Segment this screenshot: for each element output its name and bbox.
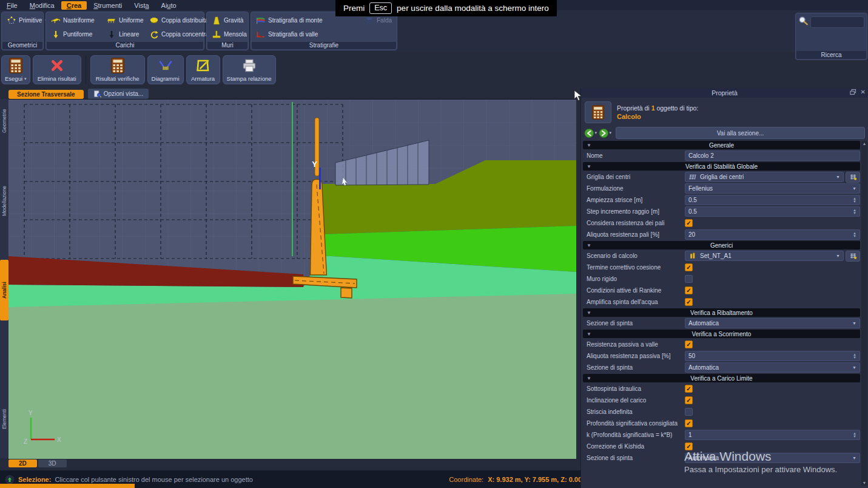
viewport-scene[interactable]: Y Y X Z	[8, 100, 576, 459]
property-label: Muro rigido	[583, 276, 685, 282]
property-label: Condizioni attive di Rankine	[583, 287, 685, 294]
menu-item-modifica[interactable]: Modifica	[24, 1, 60, 10]
property-label: Sezione di spinta	[583, 364, 685, 371]
checkbox-profondit-significativa-consigliata[interactable]: ✓	[685, 419, 693, 427]
toolbar-separator	[86, 56, 86, 84]
section-header-generici[interactable]: ▼Generici	[583, 241, 860, 249]
spinner-arrows[interactable]: ▲▼	[853, 232, 856, 238]
properties-scrollbar[interactable]: ▲▼	[861, 141, 867, 486]
toolbar-button-armatura[interactable]: Armatura	[186, 55, 220, 84]
checkbox-inclinazione-del-carico[interactable]: ✓	[685, 396, 693, 404]
toolbar-button-esegui[interactable]: Esegui▾	[1, 55, 30, 84]
toolbar-button-diagrammi[interactable]: Diagrammi	[147, 55, 184, 84]
ribbon-button-falda[interactable]: Falda	[363, 16, 393, 25]
checkbox-correzione-di-kishida[interactable]: ✓	[685, 442, 693, 450]
ribbon-button-stratigrafia-di-monte[interactable]: Stratigrafia di monte	[255, 16, 324, 25]
ribbon-button-coppia-distribuita[interactable]: Coppia distribuita	[148, 16, 209, 25]
spinner-arrows[interactable]: ▲▼	[853, 353, 856, 359]
spinner-arrows[interactable]: ▲▼	[853, 432, 856, 438]
menu-item-crea[interactable]: Crea	[61, 1, 87, 10]
spinner-ampiezza-strisce-m[interactable]: 0.5▲▼	[685, 195, 860, 205]
menu-item-vista[interactable]: Vista	[129, 1, 154, 10]
spinner-step-incremento-raggio-m[interactable]: 0.5▲▼	[685, 206, 860, 217]
property-label: Ampiezza strisce [m]	[583, 197, 685, 203]
ribbon-button-primitive[interactable]: Primitive▾	[5, 16, 49, 25]
collapse-icon[interactable]: ▼	[587, 243, 591, 248]
ribbon-button-stratigrafia-di-valle[interactable]: Stratigrafia di valle	[255, 30, 319, 39]
analysis-toolbar: Esegui▾Elimina risultatiRisultati verifi…	[1, 54, 276, 86]
view-mode-tab-2d[interactable]: 2D	[8, 459, 37, 467]
collapse-icon[interactable]: ▼	[587, 310, 591, 316]
checkbox-condizioni-attive-di-rankine[interactable]: ✓	[685, 286, 693, 294]
picker-button[interactable]	[846, 251, 860, 262]
section-header-verifica-a-scorrimento[interactable]: ▼Verifica a Scorrimento	[583, 330, 860, 338]
dropdown-sezione-di-spinta[interactable]: Automatica▼	[685, 318, 860, 328]
banner-suffix: per uscire dalla modalità a schermo inte…	[397, 4, 549, 13]
spinner-aliquota-resistenza-passiva[interactable]: 50▲▼	[685, 351, 860, 361]
sidebar-tab-modellazione[interactable]: Modellazione	[0, 180, 8, 222]
ribbon-button-nastriforme[interactable]: Nastriforme	[50, 16, 104, 25]
property-row: Griglia dei centriGriglia dei centri▼	[583, 172, 860, 182]
tab-sezione-trasversale[interactable]: Sezione Trasversale	[8, 90, 84, 99]
spinner-aliquota-resistenza-pali[interactable]: 20▲▼	[685, 229, 860, 240]
view-options-button[interactable]: Opzioni vista...	[88, 89, 149, 99]
sidebar-tab-elementi[interactable]: Elementi	[0, 399, 8, 438]
collapse-icon[interactable]: ▼	[587, 331, 591, 337]
toolbar-button-risultati-verifiche[interactable]: Risultati verifiche	[90, 55, 145, 84]
dropdown-sezione-di-spinta[interactable]: Automatica▼	[685, 453, 860, 463]
strat-monte-icon	[256, 16, 266, 25]
close-panel-icon[interactable]: ✕	[861, 89, 866, 95]
collapse-icon[interactable]: ▼	[587, 376, 591, 381]
toolbar-button-stampa-relazione[interactable]: Stampa relazione	[223, 55, 276, 84]
menu-item-file[interactable]: File	[1, 1, 23, 10]
property-label: Profondità significativa consigliata	[583, 420, 685, 427]
ribbon-button-mensola[interactable]: Mensola	[210, 30, 248, 39]
summary-line: Proprietà di 1 oggetto di tipo:	[617, 104, 698, 112]
view-tab-row: Sezione Trasversale Opzioni vista...	[8, 89, 149, 99]
sidebar-tab-geometrie[interactable]: Geometrie	[0, 103, 8, 138]
spinner-k-profondit-significativa-k-b[interactable]: 1▲▼	[685, 430, 860, 440]
spinner-arrows[interactable]: ▲▼	[853, 197, 856, 203]
checkbox-sottospinta-idraulica[interactable]: ✓	[685, 385, 693, 393]
spinner-arrows[interactable]: ▲▼	[853, 209, 856, 215]
toolbar-button-elimina-risultati[interactable]: Elimina risultati	[33, 55, 81, 84]
ribbon-button-gravit[interactable]: Gravità	[210, 16, 244, 25]
dropdown-scenario-di-calcolo[interactable]: Set_NT_A1▼	[685, 251, 844, 261]
sidebar-tab-analisi[interactable]: Analisi	[0, 260, 8, 320]
ribbon-button-lineare[interactable]: Lineare	[106, 30, 147, 39]
float-panel-icon[interactable]	[850, 89, 856, 95]
section-header-verifica-a-carico-limite[interactable]: ▼Verifica a Carico Limite	[583, 374, 860, 382]
property-row: Aliquota resistenza passiva [%]50▲▼	[583, 351, 860, 361]
text-input-nome[interactable]: Calcolo 2	[685, 151, 860, 161]
dropdown-sezione-di-spinta[interactable]: Automatica▼	[685, 362, 860, 373]
menu-item-strumenti[interactable]: Strumenti	[88, 1, 127, 10]
checkbox-striscia-indefinita[interactable]	[685, 408, 693, 416]
ribbon-button-uniforme[interactable]: Uniforme	[106, 16, 147, 25]
property-row: NomeCalcolo 2	[583, 151, 860, 161]
menu-item-aiuto[interactable]: Aiuto	[156, 1, 182, 10]
view-mode-tab-3d[interactable]: 3D	[38, 459, 67, 467]
dropdown-formulazione[interactable]: Fellenius▼	[685, 183, 860, 194]
collapse-icon[interactable]: ▼	[587, 164, 591, 169]
dropdown-griglia-dei-centri[interactable]: Griglia dei centri▼	[685, 172, 844, 182]
view-options-icon	[93, 90, 101, 98]
section-header-verifica-a-ribaltamento[interactable]: ▼Verifica a Ribaltamento	[583, 308, 860, 317]
checkbox-considera-resistenza-dei-pali[interactable]: ✓	[685, 219, 693, 227]
checkbox-termine-correttivo-coesione[interactable]: ✓	[685, 263, 693, 271]
goto-section-button[interactable]: Vai alla sezione...	[616, 127, 865, 139]
checkbox-resistenza-passiva-a-valle[interactable]: ✓	[685, 341, 693, 348]
forward-button[interactable]: ▾	[599, 127, 611, 139]
search-input[interactable]	[810, 16, 864, 28]
section-header-verifica-di-stabilit-globale[interactable]: ▼Verifica di Stabilità Globale	[583, 162, 860, 171]
back-button[interactable]: ▾	[584, 127, 597, 139]
ribbon-button-puntiforme[interactable]: Puntiforme	[50, 30, 104, 39]
triad-z-label: Z	[24, 438, 27, 445]
collapse-icon[interactable]: ▼	[587, 143, 591, 148]
property-row: Striscia indefinita	[583, 407, 860, 417]
ribbon-group-carichi: NastriformeUniformeCoppia distribuitaPun…	[45, 12, 204, 50]
ribbon-button-coppia-concentrata[interactable]: Coppia concentrata	[148, 30, 215, 39]
section-header-generale[interactable]: ▼Generale	[583, 141, 860, 149]
checkbox-muro-rigido[interactable]	[685, 275, 693, 283]
picker-button[interactable]	[846, 172, 860, 183]
checkbox-amplifica-spinta-dell-acqua[interactable]: ✓	[685, 298, 693, 306]
